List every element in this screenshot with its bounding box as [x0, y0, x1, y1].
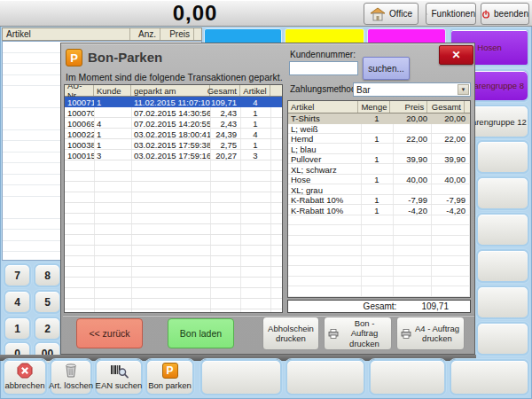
numpad-key-5[interactable]: 5 [34, 290, 61, 314]
cell-preis: 20,00 [393, 113, 431, 124]
cell-gesamt: -7,99 [431, 195, 469, 206]
suchen-button[interactable]: suchen... [363, 57, 410, 80]
artikel-loeschen-label: Art. löschen [49, 380, 93, 390]
transaction-row[interactable]: 100069407.02.2015 14:20:552,431 [65, 118, 282, 129]
printer-icon [401, 329, 411, 339]
item-row[interactable]: XL; schwarz [288, 165, 470, 176]
transaction-row[interactable]: 10007007.02.2015 14:30:562,431 [65, 107, 282, 118]
category-button-empty[interactable] [476, 213, 529, 246]
dialog-subtitle: Im Moment sind die folgende Transaktione… [66, 72, 283, 82]
toolbar-button-empty[interactable] [200, 359, 282, 395]
cell-artikel: Hose [288, 175, 361, 185]
item-row[interactable]: K-Rabatt 10%1-4,20-4,20 [288, 206, 470, 216]
cell-kunde [94, 107, 131, 118]
chevron-down-icon[interactable]: ▼ [458, 84, 469, 95]
cell-menge: 1 [361, 195, 393, 206]
close-button[interactable]: ✕ [439, 45, 473, 65]
funktionen-button[interactable]: Funktionen [426, 3, 476, 25]
beenden-button[interactable]: beenden [481, 3, 529, 25]
transaction-row[interactable]: 100022103.02.2015 18:00:4124,394 [65, 129, 282, 139]
category-button-empty[interactable] [476, 140, 529, 174]
column-gesamt: Gesamt [210, 85, 240, 96]
column-au-nr: AU-Nr [65, 85, 94, 96]
toolbar-button-empty[interactable] [286, 359, 365, 395]
cell-au-nr: 100015 [65, 150, 94, 160]
cell-artikel: 1 [240, 107, 270, 118]
item-row[interactable]: Pullover139,9039,90 [288, 154, 470, 165]
cell-gesamt [431, 165, 469, 176]
numpad-key-7[interactable]: 7 [4, 263, 31, 287]
item-row[interactable]: K-Rabatt 10%1-7,99-7,99 [288, 195, 470, 206]
abholschein-drucken-button[interactable]: Abholschein drucken [262, 317, 319, 350]
key-label: 4 [14, 296, 20, 309]
category-label: Hosen [477, 43, 501, 52]
item-row[interactable]: Hose140,0040,00 [288, 175, 470, 185]
cell-gesamt [431, 145, 469, 155]
zahlungsmethode-select[interactable]: Bar ▼ [353, 82, 471, 97]
numpad-key-4[interactable]: 4 [4, 290, 31, 314]
cell-au-nr: 100069 [65, 118, 94, 129]
transaction-row[interactable]: 100015303.02.2015 17:59:1620,273 [65, 150, 282, 160]
ean-suchen-button[interactable]: EAN suchen [95, 359, 143, 395]
cell-preis [393, 124, 431, 135]
column-preis: Preis [160, 28, 194, 40]
bon-parken-button[interactable]: P Bon parken [145, 359, 194, 395]
toolbar-button-empty[interactable] [450, 359, 529, 395]
cell-geparkt-am: 07.02.2015 14:20:55 [131, 118, 210, 129]
column-filler [194, 28, 201, 40]
total-label: Gesamt: [364, 301, 397, 311]
cell-preis: 39,90 [393, 154, 431, 165]
key-label: 8 [44, 270, 51, 282]
cell-preis: -7,99 [393, 195, 431, 206]
bon-laden-button[interactable]: Bon laden [168, 318, 234, 348]
cell-gesamt: 22,00 [431, 134, 469, 145]
key-label: 5 [44, 296, 51, 309]
transaction-row[interactable]: 100071111.02.2015 11:07:10109,714 [65, 97, 282, 107]
numpad-key-2[interactable]: 2 [34, 317, 61, 340]
beenden-label: beenden [494, 9, 528, 19]
transactions-body: 100071111.02.2015 11:07:10109,714 100070… [65, 97, 282, 313]
item-row[interactable]: L; weiß [288, 124, 470, 135]
category-button-empty[interactable] [476, 286, 529, 319]
kundennummer-input[interactable] [289, 61, 358, 75]
item-row[interactable]: T-Shirts120,0020,00 [288, 113, 470, 124]
total-display: 0,00 [0, 0, 390, 27]
column-filler [270, 85, 282, 96]
cell-menge: 1 [361, 206, 393, 216]
office-button[interactable]: Office [364, 3, 419, 25]
artikel-loeschen-button[interactable]: Art. löschen [50, 359, 92, 395]
cell-artikel: 4 [240, 129, 270, 139]
a4-auftrag-drucken-button[interactable]: A4 - Auftrag drucken [396, 317, 465, 350]
zurueck-label: << zurück [89, 328, 129, 339]
cell-preis: -4,20 [393, 206, 431, 216]
article-list-header: Artikel Anz. Preis [2, 27, 202, 41]
cell-geparkt-am: 03.02.2015 18:00:41 [131, 129, 210, 139]
toolbar-button-empty[interactable] [369, 359, 446, 395]
abbrechen-button[interactable]: abbrechen [3, 359, 47, 395]
item-row[interactable]: L; blau [288, 145, 470, 155]
numpad-key-1[interactable]: 1 [4, 317, 31, 340]
cell-au-nr: 100071 [65, 97, 94, 107]
cell-kunde: 1 [94, 139, 131, 150]
item-row[interactable]: XL; grau [288, 185, 470, 196]
zurueck-button[interactable]: << zurück [76, 318, 143, 348]
column-artikel: Artikel [288, 101, 358, 113]
transaction-row[interactable]: 100038103.02.2015 17:59:382,751 [65, 139, 282, 150]
item-row[interactable]: Hemd122,0022,00 [288, 134, 470, 145]
category-button-empty[interactable] [476, 176, 529, 210]
cell-gesamt: 2,43 [210, 118, 240, 129]
bon-auftrag-drucken-button[interactable]: Bon - Auftrag drucken [324, 317, 392, 350]
cell-gesamt: 39,90 [431, 154, 469, 165]
category-button-empty[interactable] [476, 322, 529, 356]
bon-auftrag-label: Bon - Auftrag drucken [341, 318, 387, 348]
bon-laden-label: Bon laden [180, 328, 222, 339]
cell-menge [361, 185, 393, 196]
park-letter: P [166, 364, 173, 377]
items-body: T-Shirts120,0020,00 L; weiß Hemd122,0022… [288, 113, 470, 298]
column-artikel: Artikel [3, 28, 130, 40]
cell-gesamt: 40,00 [431, 175, 469, 185]
cell-artikel: L; weiß [288, 124, 361, 135]
numpad-key-8[interactable]: 8 [34, 263, 61, 287]
category-button-empty[interactable] [476, 249, 529, 283]
cell-au-nr: 100022 [65, 129, 94, 139]
